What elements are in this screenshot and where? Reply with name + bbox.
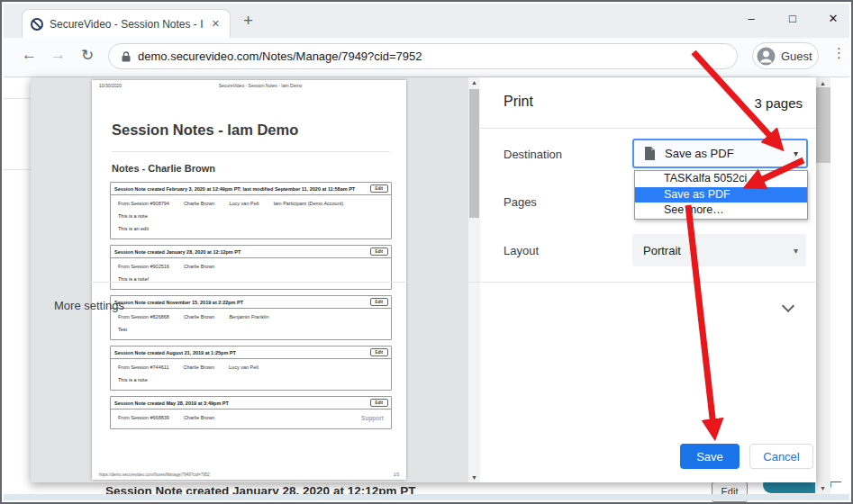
tab-close-icon[interactable]: ✕ [209,17,222,31]
section-divider [31,282,816,283]
layout-value: Portrait [643,244,681,257]
scroll-down-icon[interactable]: ▼ [468,474,480,481]
url-text: demo.securevideo.com/Notes/Manage/7949?c… [138,50,422,63]
note-meta-item: Charlie Brown [183,364,214,370]
window-scrollbar[interactable]: ▲ ▼ [815,77,830,494]
note-body-line: This is a note [111,206,391,219]
tab-title: SecureVideo - Session Notes - Ia [50,18,204,31]
note-meta-row: From Session #668839Charlie BrownSupport [111,410,391,421]
note-meta-item: Charlie Brown [184,264,215,269]
tab-strip: SecureVideo - Session Notes - Ia ✕ + – □… [4,4,849,38]
note-title: Session Note created January 28, 2020 at… [114,249,370,255]
sheet-doc-title: SecureVideo - Session Notes - Iam Demo [122,83,399,88]
more-settings-row[interactable]: More settings [31,290,816,322]
behind-divider [4,169,34,170]
profile-name: Guest [781,50,812,63]
note-header: Session Note created January 28, 2020 at… [111,246,391,258]
bottom-strip [4,494,849,500]
scroll-down-icon[interactable]: ▼ [815,485,830,491]
note-edit-button[interactable]: Edit [370,399,389,407]
scrollbar-thumb[interactable] [815,87,830,163]
browser-menu-icon[interactable]: ⋮ [832,45,846,61]
footer-url: https://demo.securevideo.com/Notes/Manag… [99,472,210,477]
preview-sheet: 10/30/2020 SecureVideo - Session Notes -… [92,80,406,480]
scroll-up-icon[interactable]: ▲ [815,80,830,86]
save-button[interactable]: Save [680,444,740,469]
sheet-date: 10/30/2020 [99,83,122,88]
destination-label: Destination [504,148,562,161]
note-meta-row: From Session #744611Charlie BrownLucy va… [111,359,391,370]
note-header: Session Note created May 28, 2019 at 3:4… [111,397,391,410]
print-preview-area: 10/30/2020 SecureVideo - Session Notes -… [31,77,468,482]
note-meta-item: Charlie Brown [184,415,215,421]
layout-select[interactable]: Portrait ▾ [632,234,806,266]
select-caret-icon: ▾ [794,246,798,256]
pages-count: 3 pages [755,95,803,111]
note-title: Session Note created August 21, 2019 at … [114,350,370,356]
avatar-icon [757,47,776,66]
document-icon [644,147,656,160]
destination-select[interactable]: Save as PDF ▾ [632,139,808,168]
refresh-icon[interactable]: ↻ [81,46,94,65]
maximize-icon[interactable]: □ [779,12,806,25]
chevron-down-icon [782,300,794,312]
sheet-footer: https://demo.securevideo.com/Notes/Manag… [99,472,399,477]
securevideo-favicon-icon [30,17,44,32]
close-icon[interactable]: ✕ [820,12,847,25]
note-edit-button[interactable]: Edit [370,348,389,356]
note-card: Session Note created January 28, 2020 at… [110,245,392,290]
forward-icon[interactable]: → [50,46,66,64]
profile-chip[interactable]: Guest [752,42,819,69]
note-meta-item: Charlie Brown [184,201,215,206]
back-icon[interactable]: ← [22,46,37,64]
header-divider [480,128,816,129]
browser-tab[interactable]: SecureVideo - Session Notes - Ia ✕ [22,9,231,38]
title-divider [112,151,390,152]
note-header: Session Note created February 3, 2020 at… [111,183,391,195]
support-label: Support [361,415,384,421]
destination-option[interactable]: See more… [635,202,807,219]
browser-toolbar: ← → ↻ demo.securevideo.com/Notes/Manage/… [4,38,849,77]
pages-label: Pages [504,195,537,209]
print-dialog-title: Print [504,94,533,110]
note-title: Session Note created February 3, 2020 at… [114,186,370,192]
browser-window: SecureVideo - Session Notes - Ia ✕ + – □… [0,0,853,504]
new-tab-icon[interactable]: + [243,9,253,32]
minimize-icon[interactable]: – [738,12,765,25]
note-body-line: This is a note! [111,269,391,282]
destination-value: Save as PDF [665,147,734,160]
note-card: Session Note created May 28, 2019 at 3:4… [110,396,392,429]
note-body-line: This is an edit [111,219,391,231]
destination-option[interactable]: Save as PDF [635,187,807,203]
note-meta-item: From Session #668839 [118,415,169,421]
note-meta-item: From Session #902516 [118,264,169,269]
note-header: Session Note created August 21, 2019 at … [111,346,391,359]
address-bar[interactable]: demo.securevideo.com/Notes/Manage/7949?c… [108,43,738,69]
note-meta-item: From Session #744611 [118,364,168,370]
note-body-line: This is a note [111,370,391,382]
page-title: Session Notes - Iam Demo [112,122,298,139]
note-meta-item: Lucy van Pelt [229,201,259,206]
note-card: Session Note created February 3, 2020 at… [110,182,392,239]
note-meta-row: From Session #902516Charlie Brown [111,258,391,269]
destination-option[interactable]: TASKalfa 5052ci [635,171,807,187]
note-meta-row: From Session #908794Charlie BrownLucy va… [111,195,391,206]
select-caret-icon: ▾ [794,148,798,158]
note-edit-button[interactable]: Edit [370,248,389,256]
note-edit-button[interactable]: Edit [370,184,389,193]
note-title: Session Note created May 28, 2019 at 3:4… [114,400,370,406]
cancel-button[interactable]: Cancel [749,444,813,469]
note-meta-item: From Session #908794 [118,201,169,206]
note-meta-item: Lucy van Pelt [229,364,259,370]
more-settings-label: More settings [54,299,124,312]
behind-divider [4,98,34,99]
scroll-up-icon[interactable]: ▲ [468,79,480,86]
destination-dropdown: TASKalfa 5052ciSave as PDFSee more… [634,170,808,220]
preview-scrollbar[interactable]: ▲ ▼ [468,77,480,482]
lock-icon [122,51,131,62]
note-card: Session Note created August 21, 2019 at … [110,346,392,391]
sheet-header: 10/30/2020 SecureVideo - Session Notes -… [99,83,399,88]
footer-page-number: 1/3 [394,472,399,477]
preview-scrollbar-thumb[interactable] [469,89,479,218]
layout-label: Layout [504,244,539,257]
